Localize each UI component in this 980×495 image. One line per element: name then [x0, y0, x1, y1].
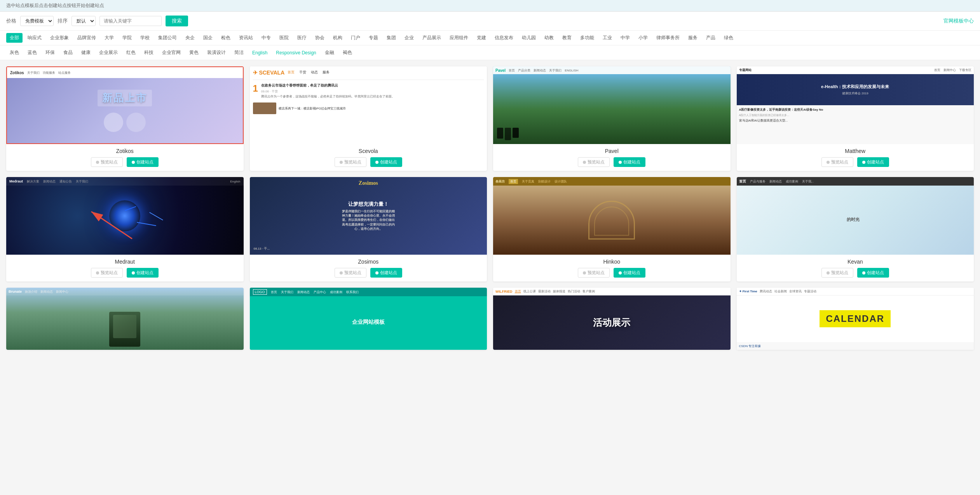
tag-industry[interactable]: 工业 [599, 33, 616, 43]
tag-gray[interactable]: 灰色 [6, 48, 23, 57]
preview-button-matthew[interactable]: 预览站点 [821, 157, 853, 167]
tag-college[interactable]: 学院 [119, 33, 135, 43]
card-preview-medraut: Medraut 解决方案 新闻动态 通知公告 关于我们 English [6, 177, 244, 255]
preview-dot-icon [96, 161, 99, 164]
tag-blue[interactable]: 蓝色 [24, 48, 40, 57]
tag-finance[interactable]: 金融 [321, 48, 338, 57]
template-card-zotikos: Zotikos 关于我们 功能服务 站点服务 新品上市 [6, 66, 244, 171]
sort-label: 排序 [58, 17, 68, 24]
category-tags-row1: 全部 响应式 企业形象 品牌宣传 大学 学院 学校 集团公司 央企 国企 检色 … [0, 31, 980, 45]
tag-kindergarten[interactable]: 幼儿园 [518, 33, 539, 43]
top-banner: 选中站点模板后点击创建站点按钮开始创建站点 [0, 0, 980, 12]
card-actions-medraut: 预览站点 创建站点 [91, 268, 159, 278]
search-input[interactable] [99, 16, 162, 26]
tag-enterprise[interactable]: 企业 [401, 33, 417, 43]
create-dot-icon [375, 161, 378, 164]
tag-medical[interactable]: 医疗 [294, 33, 310, 43]
tag-group[interactable]: 集团 [383, 33, 399, 43]
template-card-medraut: Medraut 解决方案 新闻动态 通知公告 关于我们 English Medr… [6, 177, 244, 281]
card-actions-zotikos: 预览站点 创建站点 [91, 157, 159, 167]
tag-institution[interactable]: 机构 [330, 33, 346, 43]
create-button-zosimos[interactable]: 创建站点 [370, 268, 402, 278]
preview-button-kevan[interactable]: 预览站点 [821, 268, 853, 278]
tag-red[interactable]: 红色 [123, 48, 139, 57]
template-card-brunate: Brunate 旅游介绍 新闻动态 新闻中心 [6, 288, 244, 350]
tag-special[interactable]: 专题 [365, 33, 382, 43]
tag-education[interactable]: 教育 [559, 33, 575, 43]
tag-decoration[interactable]: 装潢设计 [204, 48, 229, 57]
preview-dot-icon [340, 161, 343, 164]
card-actions-zosimos: 预览站点 创建站点 [335, 268, 402, 278]
card-actions-kevan: 预览站点 创建站点 [821, 268, 889, 278]
tag-english[interactable]: English [249, 49, 271, 57]
tag-service[interactable]: 服务 [685, 33, 701, 43]
card-preview-matthew: 专题网站 首页 新闻中心 下载专区 e-Health：技术和应用的发展与未来 健… [737, 66, 974, 144]
create-button-zotikos[interactable]: 创建站点 [127, 157, 159, 167]
template-card-logo: LOGO 首页 关于我们 新闻动态 产品中心 成功案例 联系我们 企业网站模板 [250, 288, 487, 350]
tag-brown[interactable]: 褐色 [339, 48, 356, 57]
tag-association[interactable]: 协会 [312, 33, 328, 43]
tag-brand[interactable]: 品牌宣传 [74, 33, 99, 43]
tag-party[interactable]: 党建 [473, 33, 490, 43]
tag-responsive[interactable]: 响应式 [24, 33, 45, 43]
preview-button-pavel[interactable]: 预览站点 [578, 157, 610, 167]
tag-app-component[interactable]: 应用组件 [446, 33, 472, 43]
template-card-hinkoo: 叁高坊 首页 关于贡真 刮糕设计 设计团队 Hinkoo [493, 177, 731, 281]
tag-preschool[interactable]: 幼教 [541, 33, 557, 43]
tag-yellow[interactable]: 黄色 [186, 48, 202, 57]
card-preview-kevan: 首页 产品与服务 新闻动态 成功案例 关于我... 的时光 [737, 177, 974, 255]
tag-tech[interactable]: 科技 [141, 48, 157, 57]
preview-body-zotikos: 新品上市 [7, 78, 243, 143]
preview-button-medraut[interactable]: 预览站点 [91, 268, 123, 278]
tag-central-enterprise[interactable]: 央企 [182, 33, 198, 43]
tag-group-company[interactable]: 集团公司 [155, 33, 180, 43]
create-button-scevola[interactable]: 创建站点 [370, 157, 402, 167]
tag-portal[interactable]: 门户 [347, 33, 364, 43]
create-button-hinkoo[interactable]: 创建站点 [614, 268, 645, 278]
tag-elementary[interactable]: 小学 [635, 33, 651, 43]
tag-simple[interactable]: 简洁 [231, 48, 247, 57]
tag-green[interactable]: 绿色 [720, 33, 737, 43]
create-button-medraut[interactable]: 创建站点 [127, 268, 159, 278]
create-button-pavel[interactable]: 创建站点 [614, 157, 645, 167]
template-card-scevola: ✈ SCEVALA 首页干货动态服务 1 在政务云市场这个香饽饽面前，牟足了劲的… [250, 66, 487, 171]
tag-color[interactable]: 检色 [218, 33, 234, 43]
tag-hospital[interactable]: 医院 [276, 33, 292, 43]
tag-eco[interactable]: 环保 [42, 48, 58, 57]
tag-multifunction[interactable]: 多功能 [577, 33, 598, 43]
price-select[interactable]: 免费模板 [20, 16, 54, 26]
tag-news-site[interactable]: 资讯站 [235, 33, 256, 43]
tag-middle-school[interactable]: 中学 [617, 33, 633, 43]
tag-law-firm[interactable]: 律师事务所 [653, 33, 683, 43]
tag-product[interactable]: 产品 [703, 33, 719, 43]
card-preview-zotikos: Zotikos 关于我们 功能服务 站点服务 新品上市 [6, 66, 244, 144]
card-footer-pavel: Pavel 预览站点 创建站点 [493, 144, 731, 171]
preview-button-hinkoo[interactable]: 预览站点 [578, 268, 610, 278]
preview-button-scevola[interactable]: 预览站点 [335, 157, 366, 167]
tag-school[interactable]: 学校 [137, 33, 153, 43]
tag-university[interactable]: 大学 [101, 33, 117, 43]
tag-responsive-design[interactable]: Responsive Design [272, 49, 319, 57]
tag-corp-display[interactable]: 企业展示 [96, 48, 121, 57]
template-grid: Zotikos 关于我们 功能服务 站点服务 新品上市 [0, 60, 980, 356]
tag-product-display[interactable]: 产品展示 [419, 33, 445, 43]
tag-state-enterprise[interactable]: 国企 [200, 33, 216, 43]
preview-dot-icon [827, 271, 830, 274]
tag-secondary[interactable]: 中专 [258, 33, 274, 43]
tag-all[interactable]: 全部 [6, 33, 23, 43]
tag-info-publish[interactable]: 信息发布 [491, 33, 517, 43]
preview-button-zosimos[interactable]: 预览站点 [335, 268, 366, 278]
preview-button-zotikos[interactable]: 预览站点 [91, 157, 123, 167]
create-button-kevan[interactable]: 创建站点 [857, 268, 889, 278]
preview-dot-icon [583, 271, 586, 274]
official-link[interactable]: 官网模板中心 [943, 17, 974, 24]
sort-select[interactable]: 默认 [71, 16, 96, 26]
card-actions-hinkoo: 预览站点 创建站点 [578, 268, 645, 278]
tag-food[interactable]: 食品 [60, 48, 76, 57]
tag-corp-image[interactable]: 企业形象 [47, 33, 72, 43]
tag-corp-site[interactable]: 企业官网 [159, 48, 184, 57]
create-button-matthew[interactable]: 创建站点 [857, 157, 889, 167]
search-button[interactable]: 搜索 [166, 16, 188, 26]
card-footer-scevola: Scevola 预览站点 创建站点 [250, 144, 487, 171]
tag-health[interactable]: 健康 [78, 48, 94, 57]
